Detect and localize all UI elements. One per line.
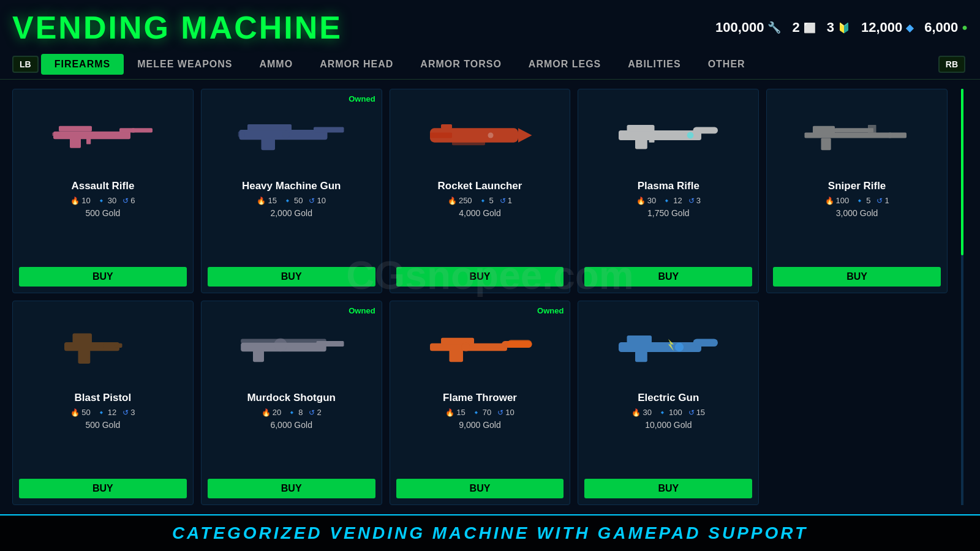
mag-icon: ↺ <box>688 197 695 205</box>
svg-rect-30 <box>868 125 876 135</box>
tab-ammo[interactable]: AMMO <box>246 54 306 75</box>
buy-button[interactable]: Buy <box>584 267 752 287</box>
fire-icon: 🔥 <box>70 408 80 417</box>
nav-left-button[interactable]: LB <box>12 56 39 73</box>
tab-firearms[interactable]: FIREARMS <box>41 54 124 75</box>
currency-diamonds: 12,000 ◆ <box>861 20 913 36</box>
item-card-4: Plasma Rifle 🔥 30 🔹 12 ↺ 3 1,750 Gold Bu… <box>578 89 759 293</box>
buy-button[interactable]: Buy <box>208 267 375 287</box>
item-name: Blast Pistol <box>75 392 132 404</box>
ammo-value: 8 <box>298 408 303 417</box>
buy-button[interactable]: Buy <box>208 479 375 498</box>
stat-fire: 🔥 100 <box>825 196 850 205</box>
buy-button[interactable]: Buy <box>396 267 564 287</box>
mag-value: 10 <box>505 408 514 417</box>
item-stats: 🔥 100 🔹 5 ↺ 1 <box>825 196 889 205</box>
stat-ammo: 🔹 12 <box>662 196 682 205</box>
item-price: 2,000 Gold <box>270 208 312 218</box>
tab-melee-weapons[interactable]: MELEE WEAPONS <box>124 54 246 75</box>
item-stats: 🔥 30 🔹 100 ↺ 15 <box>631 408 705 417</box>
buy-button[interactable]: Buy <box>584 479 752 498</box>
mag-value: 15 <box>696 408 705 417</box>
stat-ammo: 🔹 70 <box>472 408 491 417</box>
svg-rect-22 <box>635 138 647 149</box>
svg-point-24 <box>687 132 694 139</box>
item-card-1: Assault Rifle 🔥 10 🔹 30 ↺ 6 500 Gold Buy <box>12 89 194 293</box>
credits-value: 100,000 <box>715 20 764 36</box>
svg-rect-0 <box>53 132 130 140</box>
svg-rect-42 <box>441 338 474 345</box>
tab-other[interactable]: OTHER <box>695 54 759 75</box>
item-stats: 🔥 250 🔹 5 ↺ 1 <box>448 196 512 205</box>
item-price: 3,000 Gold <box>836 208 878 218</box>
buy-button[interactable]: Buy <box>396 479 564 498</box>
diamonds-icon: ◆ <box>906 22 913 34</box>
ammo-value: 5 <box>489 196 494 205</box>
scrollbar[interactable] <box>957 89 968 505</box>
item-image <box>773 96 941 175</box>
nav-right-button[interactable]: RB <box>938 56 965 73</box>
item-name: Electric Gun <box>638 392 699 404</box>
svg-rect-44 <box>450 350 464 362</box>
item-price: 500 Gold <box>85 420 120 430</box>
svg-rect-28 <box>821 138 831 151</box>
svg-rect-45 <box>507 340 532 348</box>
ammo-icon: 🔹 <box>472 408 481 417</box>
ammo-icon: 🔹 <box>478 197 488 205</box>
item-card-2: Owned Heavy Machine Gun 🔥 15 🔹 50 <box>201 89 382 293</box>
item-name: Plasma Rifle <box>638 180 699 192</box>
mag-icon: ↺ <box>497 408 503 417</box>
ammo-value: 30 <box>108 196 116 205</box>
item-card-6: Blast Pistol 🔥 50 🔹 12 ↺ 3 500 Gold Buy <box>12 301 194 505</box>
item-price: 10,000 Gold <box>645 420 692 430</box>
coins-value: 6,000 <box>924 20 958 36</box>
stat-mag: ↺ 10 <box>309 196 325 205</box>
buy-button[interactable]: Buy <box>19 267 187 287</box>
stat-ammo: 🔹 30 <box>97 196 116 205</box>
svg-point-11 <box>282 131 290 139</box>
mag-value: 2 <box>317 408 321 417</box>
item-image <box>19 307 187 387</box>
scrollbar-track <box>961 89 963 505</box>
item-stats: 🔥 15 🔹 50 ↺ 10 <box>257 196 325 205</box>
ammo-icon: 🔹 <box>97 197 106 205</box>
fire-icon: 🔥 <box>631 408 641 417</box>
fire-value: 50 <box>81 408 90 417</box>
stat-ammo: 🔹 100 <box>658 408 682 417</box>
currency-coins: 6,000 ● <box>924 20 968 36</box>
buy-button[interactable]: Buy <box>773 267 941 287</box>
fire-value: 250 <box>459 196 472 205</box>
tab-armor-legs[interactable]: ARMOR LEGS <box>515 54 614 75</box>
svg-rect-12 <box>238 132 244 137</box>
item-price: 9,000 Gold <box>459 420 501 430</box>
svg-rect-4 <box>86 135 91 144</box>
buy-button[interactable]: Buy <box>19 479 187 498</box>
svg-rect-48 <box>627 335 652 343</box>
stat-fire: 🔥 250 <box>448 196 472 205</box>
mag-value: 3 <box>130 408 135 417</box>
mag-value: 10 <box>317 196 325 205</box>
stat-fire: 🔥 50 <box>70 408 90 417</box>
item-name: Rocket Launcher <box>438 180 522 192</box>
tab-armor-torso[interactable]: ARMOR TORSO <box>407 54 514 75</box>
item-image <box>19 96 187 175</box>
tab-armor-head[interactable]: ARMOR HEAD <box>306 54 407 75</box>
fire-value: 15 <box>268 196 276 205</box>
stat-ammo: 🔹 5 <box>478 196 494 205</box>
item-image <box>396 307 564 387</box>
owned-badge: Owned <box>349 94 375 103</box>
fire-icon: 🔥 <box>636 197 646 205</box>
svg-point-29 <box>888 133 893 138</box>
fire-icon: 🔥 <box>825 197 834 205</box>
mag-icon: ↺ <box>500 197 506 205</box>
tab-abilities[interactable]: ABILITIES <box>614 54 694 75</box>
fire-icon: 🔥 <box>257 197 266 205</box>
svg-point-5 <box>131 128 135 132</box>
mag-icon: ↺ <box>688 408 695 417</box>
svg-rect-38 <box>253 350 264 362</box>
header: VENDING MACHINE 100,000 🔧 2 ⬜ 3 🔰 12,000… <box>0 0 980 49</box>
svg-rect-50 <box>635 351 647 362</box>
fire-value: 100 <box>836 196 850 205</box>
stat-mag: ↺ 3 <box>688 196 701 205</box>
ammo-icon: 🔹 <box>662 197 671 205</box>
